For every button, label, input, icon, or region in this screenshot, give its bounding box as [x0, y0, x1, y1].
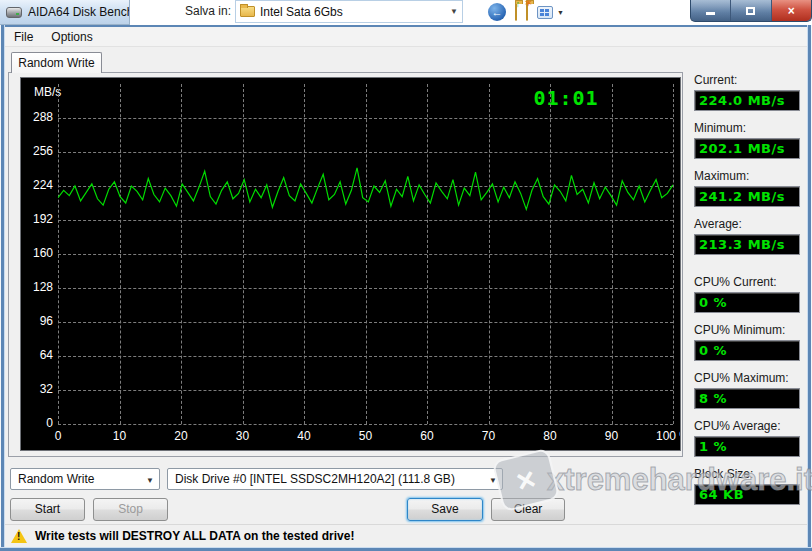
stop-button[interactable]: Stop [93, 498, 168, 521]
x-tick-label: 20 [159, 429, 203, 443]
status-message: Write tests will DESTROY ALL DATA on the… [35, 529, 354, 543]
stat-label-cpu-minimum: CPU% Minimum: [694, 323, 785, 337]
x-tick-label: 60 [405, 429, 449, 443]
speed-line [58, 84, 673, 424]
stat-label-current: Current: [694, 73, 737, 87]
tab-panel: MB/s 01:01 28825622419216012896643200102… [8, 72, 683, 457]
y-tick-label: 224 [23, 178, 53, 192]
stat-label-cpu-maximum: CPU% Maximum: [694, 371, 789, 385]
benchmark-chart: MB/s 01:01 28825622419216012896643200102… [20, 77, 681, 451]
caption-buttons: × [690, 0, 812, 22]
back-icon[interactable]: ← [488, 3, 506, 21]
maximize-button[interactable] [731, 0, 771, 21]
window-title: AIDA64 Disk Bench [28, 5, 130, 19]
chevron-down-icon[interactable]: ▼ [557, 9, 564, 16]
menu-options[interactable]: Options [42, 28, 101, 46]
stat-value-cpu-minimum: 0 % [694, 340, 800, 361]
x-tick-label: 50 [344, 429, 388, 443]
x-tick-label: 0 [36, 429, 80, 443]
folder-icon [240, 6, 255, 17]
save-button[interactable]: Save [407, 498, 483, 521]
chevron-down-icon: ▼ [489, 476, 497, 485]
stat-value-current: 224.0 MB/s [694, 90, 800, 111]
clear-button[interactable]: Clear [491, 498, 565, 521]
menu-bar: File Options [5, 27, 807, 47]
x-tick-label: 40 [282, 429, 326, 443]
y-tick-label: 256 [23, 144, 53, 158]
test-type-value: Random Write [18, 472, 94, 486]
drive-value: Disk Drive #0 [INTEL SSDSC2MH120A2] (111… [175, 472, 455, 486]
stat-label-average: Average: [694, 217, 742, 231]
x-tick-label: 90 [590, 429, 634, 443]
chevron-down-icon: ▼ [146, 476, 154, 485]
window-border-bottom [0, 547, 812, 551]
save-in-label: Salva in: [185, 4, 231, 18]
test-type-combobox[interactable]: Random Write ▼ [10, 468, 160, 490]
y-tick-label: 0 [23, 416, 53, 430]
y-tick-label: 32 [23, 382, 53, 396]
chevron-down-icon[interactable]: ▼ [450, 7, 458, 16]
stat-label-block-size: Block Size: [694, 467, 753, 481]
view-menu-icon[interactable] [537, 6, 553, 19]
drive-combobox[interactable]: Disk Drive #0 [INTEL SSDSC2MH120A2] (111… [167, 468, 503, 490]
stat-value-maximum: 241.2 MB/s [694, 186, 800, 207]
up-one-level-icon[interactable]: ↑ [515, 3, 517, 21]
window-titlebar[interactable]: AIDA64 Disk Bench [0, 0, 130, 25]
x-tick-label: 70 [467, 429, 511, 443]
close-button[interactable]: × [772, 0, 811, 21]
window-border-right [807, 25, 812, 551]
x-tick-label: 10 [98, 429, 142, 443]
app-screen: Salva in: Intel Sata 6Gbs ▼ ← ↑ ✶ ▼ [0, 0, 812, 551]
stat-label-minimum: Minimum: [694, 121, 746, 135]
stat-value-average: 213.3 MB/s [694, 234, 800, 255]
y-tick-label: 160 [23, 246, 53, 260]
gridline-v [673, 84, 674, 424]
maximize-icon [746, 7, 755, 15]
stat-value-cpu-maximum: 8 % [694, 388, 800, 409]
start-button[interactable]: Start [10, 498, 85, 521]
x-tick-label: 100 % [651, 429, 681, 443]
warning-icon [11, 529, 27, 543]
y-tick-label: 192 [23, 212, 53, 226]
stat-value-block-size: 64 KB [694, 484, 800, 505]
y-tick-label: 64 [23, 348, 53, 362]
new-folder-icon[interactable]: ✶ [526, 3, 528, 21]
tab-random-write[interactable]: Random Write [11, 52, 102, 73]
stat-value-minimum: 202.1 MB/s [694, 138, 800, 159]
x-tick-label: 30 [221, 429, 265, 443]
minimize-button[interactable] [691, 0, 731, 21]
save-location-value: Intel Sata 6Gbs [260, 5, 343, 19]
status-bar: Write tests will DESTROY ALL DATA on the… [5, 524, 807, 547]
save-location-combobox[interactable]: Intel Sata 6Gbs ▼ [235, 0, 463, 23]
stat-label-cpu-current: CPU% Current: [694, 275, 777, 289]
minimize-icon [706, 12, 715, 15]
y-tick-label: 288 [23, 110, 53, 124]
y-tick-label: 96 [23, 314, 53, 328]
menu-file[interactable]: File [5, 28, 42, 46]
save-dialog-toolbar: ← ↑ ✶ ▼ [488, 1, 564, 23]
stat-value-cpu-current: 0 % [694, 292, 800, 313]
stat-label-maximum: Maximum: [694, 169, 749, 183]
hard-disk-icon [6, 7, 22, 18]
gridline-h [58, 424, 673, 425]
save-dialog-fragment: Salva in: Intel Sata 6Gbs ▼ ← ↑ ✶ ▼ [130, 0, 690, 25]
x-tick-label: 80 [528, 429, 572, 443]
stat-label-cpu-average: CPU% Average: [694, 419, 781, 433]
window-border-left [0, 25, 5, 551]
y-tick-label: 128 [23, 280, 53, 294]
stat-value-cpu-average: 1 % [694, 436, 800, 457]
top-strip: Salva in: Intel Sata 6Gbs ▼ ← ↑ ✶ ▼ [0, 0, 812, 25]
